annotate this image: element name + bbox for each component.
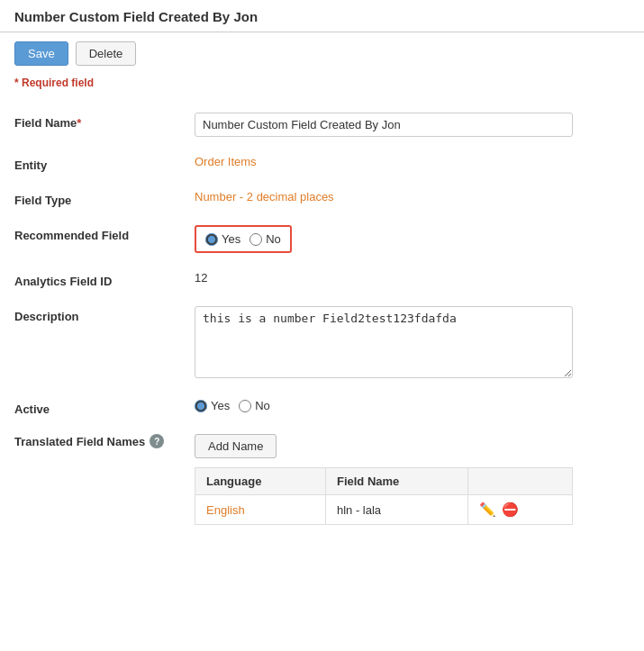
active-row: Active Yes No	[14, 390, 630, 425]
active-label: Active	[14, 399, 195, 416]
lang-link[interactable]: English	[206, 503, 245, 517]
active-yes-option[interactable]: Yes	[195, 399, 230, 412]
col-actions-header	[468, 468, 573, 495]
field-name-value	[195, 113, 630, 137]
translated-section: Translated Field Names ? Add Name Langua…	[14, 425, 630, 534]
recommended-field-row: Recommended Field Yes No	[14, 216, 630, 262]
lang-cell: English	[195, 495, 326, 525]
entity-value: Order Items	[195, 155, 630, 168]
delete-button[interactable]: Delete	[76, 41, 137, 66]
translations-table: Language Field Name English hln - lala ✏…	[195, 467, 573, 525]
delete-row-icon[interactable]: ⛔	[502, 502, 519, 518]
active-no-option[interactable]: No	[239, 399, 270, 412]
recommended-box: Yes No	[195, 225, 292, 253]
active-yes-radio[interactable]	[195, 400, 207, 412]
title-bar: Number Custom Field Created By Jon	[0, 0, 644, 32]
active-no-radio[interactable]	[239, 400, 251, 412]
analytics-id-label: Analytics Field ID	[14, 271, 195, 288]
required-note: * Required field	[0, 75, 644, 98]
add-name-button[interactable]: Add Name	[195, 434, 277, 458]
action-icons: ✏️ ⛔	[479, 502, 561, 518]
actions-cell: ✏️ ⛔	[468, 495, 573, 525]
field-type-row: Field Type Number - 2 decimal places	[14, 181, 630, 216]
page-title: Number Custom Field Created By Jon	[14, 9, 258, 24]
field-name-cell: hln - lala	[325, 495, 467, 525]
col-field-name-header: Field Name	[325, 468, 467, 495]
entity-label: Entity	[14, 155, 195, 172]
required-note-text: * Required field	[14, 77, 94, 89]
field-name-row: Field Name*	[14, 104, 630, 146]
translated-content: Add Name Language Field Name English hln…	[195, 434, 630, 525]
page-container: Number Custom Field Created By Jon Save …	[0, 0, 644, 539]
recommended-radio-group: Yes No	[205, 232, 281, 246]
entity-row: Entity Order Items	[14, 146, 630, 181]
description-value	[195, 306, 630, 381]
col-language-header: Language	[195, 468, 326, 495]
analytics-id-text: 12	[195, 271, 207, 285]
recommended-yes-label: Yes	[222, 232, 240, 246]
field-type-text: Number - 2 decimal places	[195, 190, 334, 203]
description-label: Description	[14, 306, 195, 323]
analytics-id-row: Analytics Field ID 12	[14, 262, 630, 297]
form-section: Field Name* Entity Order Items Field Typ…	[0, 98, 644, 539]
table-row: English hln - lala ✏️ ⛔	[195, 495, 573, 525]
table-header-row: Language Field Name	[195, 468, 573, 495]
entity-link: Order Items	[195, 155, 257, 168]
description-row: Description	[14, 297, 630, 390]
recommended-field-value: Yes No	[195, 225, 630, 253]
toolbar: Save Delete	[0, 32, 644, 75]
edit-icon[interactable]: ✏️	[479, 502, 496, 518]
save-button[interactable]: Save	[14, 41, 68, 66]
active-yes-label: Yes	[211, 399, 230, 412]
recommended-no-option[interactable]: No	[249, 232, 281, 246]
active-no-label: No	[255, 399, 270, 412]
recommended-yes-option[interactable]: Yes	[205, 232, 240, 246]
help-icon[interactable]: ?	[150, 434, 164, 448]
recommended-no-radio[interactable]	[249, 233, 262, 246]
analytics-id-value: 12	[195, 271, 630, 285]
field-name-input[interactable]	[195, 113, 573, 137]
active-value: Yes No	[195, 399, 630, 412]
recommended-no-label: No	[266, 232, 281, 246]
field-name-label: Field Name*	[14, 113, 195, 130]
field-type-value: Number - 2 decimal places	[195, 190, 630, 203]
active-radio-group: Yes No	[195, 399, 630, 412]
recommended-field-label: Recommended Field	[14, 225, 195, 242]
translated-label: Translated Field Names ?	[14, 434, 195, 448]
recommended-yes-radio[interactable]	[205, 233, 218, 246]
description-textarea[interactable]	[195, 306, 573, 378]
field-type-label: Field Type	[14, 190, 195, 207]
